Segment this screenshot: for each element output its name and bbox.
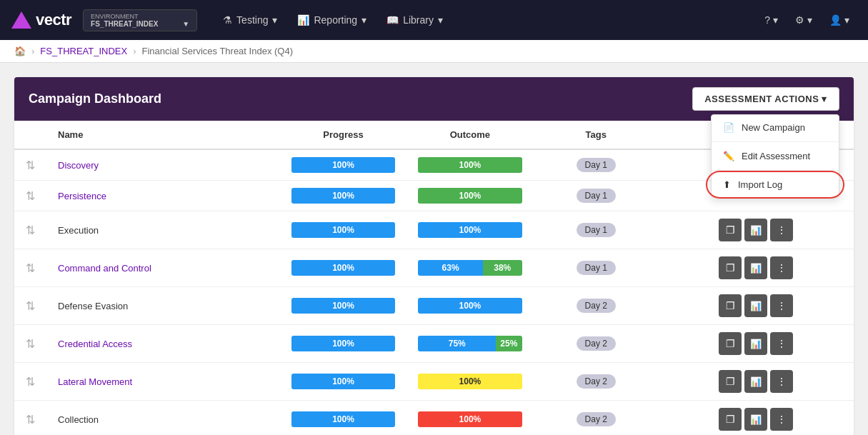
assessment-actions-button[interactable]: ASSESSMENT ACTIONS ▾ — [692, 87, 839, 111]
import-log-label: Import Log — [738, 179, 782, 190]
sort-handle[interactable]: ⇅ — [14, 181, 46, 211]
logo-area[interactable]: vectr — [11, 11, 71, 29]
sort-handle[interactable]: ⇅ — [14, 211, 46, 249]
row-tag: Day 2 — [534, 287, 659, 325]
sort-handle[interactable]: ⇅ — [14, 149, 46, 181]
row-tag: Day 1 — [534, 211, 659, 249]
row-outcome: 75%25% — [406, 325, 533, 363]
row-name[interactable]: Persistence — [46, 181, 280, 211]
copy-button[interactable]: ❐ — [719, 219, 742, 241]
sort-handle[interactable]: ⇅ — [14, 363, 46, 401]
nav-item-library[interactable]: 📖 Library ▾ — [378, 10, 452, 30]
row-tag: Day 2 — [534, 325, 659, 363]
row-name: Execution — [46, 211, 280, 249]
nav-item-testing[interactable]: ⚗ Testing ▾ — [214, 10, 286, 30]
chart-button[interactable]: 📊 — [744, 294, 767, 317]
settings-chevron: ▾ — [807, 14, 812, 26]
chart-button[interactable]: 📊 — [744, 219, 767, 241]
help-icon: ? — [764, 14, 770, 26]
testing-label: Testing — [236, 14, 268, 26]
chart-button[interactable]: 📊 — [744, 332, 767, 355]
row-progress: 100% — [280, 401, 406, 436]
col-tags: Tags — [534, 121, 659, 149]
settings-button[interactable]: ⚙ ▾ — [788, 10, 819, 30]
copy-button[interactable]: ❐ — [719, 332, 742, 355]
nav-right: ? ▾ ⚙ ▾ 👤 ▾ — [757, 10, 857, 30]
testing-icon: ⚗ — [223, 14, 232, 26]
breadcrumb-env[interactable]: FS_THREAT_INDEX — [40, 46, 127, 56]
user-button[interactable]: 👤 ▾ — [822, 10, 857, 30]
row-outcome: 100% — [406, 401, 533, 436]
copy-button[interactable]: ❐ — [719, 408, 742, 431]
edit-assessment-icon: ✏️ — [723, 151, 734, 161]
reporting-icon: 📊 — [297, 14, 309, 26]
row-actions: ❐📊⋮ — [659, 363, 854, 401]
row-name[interactable]: Discovery — [46, 149, 280, 181]
user-icon: 👤 — [829, 14, 842, 26]
more-button[interactable]: ⋮ — [770, 408, 793, 431]
nav-item-reporting[interactable]: 📊 Reporting ▾ — [289, 10, 375, 30]
breadcrumb-current: Financial Services Threat Index (Q4) — [142, 46, 293, 56]
copy-button[interactable]: ❐ — [719, 256, 742, 279]
dropdown-import-log[interactable]: ⬆ Import Log — [712, 172, 839, 197]
assessment-actions-label: ASSESSMENT ACTIONS ▾ — [704, 94, 827, 104]
row-tag: Day 1 — [534, 181, 659, 211]
breadcrumb-sep-1: › — [31, 46, 34, 56]
user-chevron: ▾ — [844, 14, 849, 26]
dropdown-edit-assessment[interactable]: ✏️ Edit Assessment — [712, 144, 839, 169]
library-chevron: ▾ — [438, 14, 443, 26]
row-outcome: 100% — [406, 149, 533, 181]
table-row: ⇅Defense Evasion100%100%Day 2❐📊⋮ — [14, 287, 854, 325]
sort-handle[interactable]: ⇅ — [14, 287, 46, 325]
row-outcome: 100% — [406, 287, 533, 325]
sort-handle[interactable]: ⇅ — [14, 249, 46, 287]
logo-text: vectr — [36, 11, 71, 29]
dropdown-divider-2 — [712, 170, 839, 171]
row-outcome: 100% — [406, 211, 533, 249]
dropdown-new-campaign[interactable]: 📄 New Campaign — [712, 115, 839, 140]
reporting-label: Reporting — [314, 14, 357, 26]
row-name[interactable]: Credential Access — [46, 325, 280, 363]
environment-label: ENVIRONMENT — [91, 13, 189, 20]
logo-icon — [11, 11, 31, 29]
table-row: ⇅Command and Control100%63%38%Day 1❐📊⋮ — [14, 249, 854, 287]
row-progress: 100% — [280, 249, 406, 287]
environment-selector[interactable]: ENVIRONMENT FS_THREAT_INDEX ▼ — [83, 9, 197, 31]
more-button[interactable]: ⋮ — [770, 294, 793, 317]
chart-button[interactable]: 📊 — [744, 408, 767, 431]
row-progress: 100% — [280, 287, 406, 325]
more-button[interactable]: ⋮ — [770, 370, 793, 393]
row-progress: 100% — [280, 211, 406, 249]
dashboard-container: Campaign Dashboard ASSESSMENT ACTIONS ▾ … — [14, 77, 854, 435]
row-name: Defense Evasion — [46, 287, 280, 325]
copy-button[interactable]: ❐ — [719, 294, 742, 317]
row-progress: 100% — [280, 325, 406, 363]
row-actions: ❐📊⋮ — [659, 249, 854, 287]
row-name[interactable]: Command and Control — [46, 249, 280, 287]
table-row: ⇅Collection100%100%Day 2❐📊⋮ — [14, 401, 854, 436]
row-progress: 100% — [280, 149, 406, 181]
copy-button[interactable]: ❐ — [719, 370, 742, 393]
row-actions: ❐📊⋮ — [659, 211, 854, 249]
help-button[interactable]: ? ▾ — [757, 10, 785, 30]
reporting-chevron: ▾ — [361, 14, 366, 26]
table-row: ⇅Credential Access100%75%25%Day 2❐📊⋮ — [14, 325, 854, 363]
nav-items: ⚗ Testing ▾ 📊 Reporting ▾ 📖 Library ▾ — [214, 10, 752, 30]
row-progress: 100% — [280, 181, 406, 211]
more-button[interactable]: ⋮ — [770, 256, 793, 279]
row-name[interactable]: Lateral Movement — [46, 363, 280, 401]
chart-button[interactable]: 📊 — [744, 256, 767, 279]
sort-handle[interactable]: ⇅ — [14, 325, 46, 363]
home-icon[interactable]: 🏠 — [14, 46, 26, 56]
more-button[interactable]: ⋮ — [770, 332, 793, 355]
dropdown-divider-1 — [712, 141, 839, 142]
sort-handle[interactable]: ⇅ — [14, 401, 46, 436]
chart-button[interactable]: 📊 — [744, 370, 767, 393]
table-row: ⇅Execution100%100%Day 1❐📊⋮ — [14, 211, 854, 249]
breadcrumb-sep-2: › — [133, 46, 136, 56]
row-tag: Day 1 — [534, 149, 659, 181]
more-button[interactable]: ⋮ — [770, 219, 793, 241]
row-outcome: 100% — [406, 363, 533, 401]
dashboard-title: Campaign Dashboard — [29, 91, 161, 106]
library-label: Library — [403, 14, 434, 26]
